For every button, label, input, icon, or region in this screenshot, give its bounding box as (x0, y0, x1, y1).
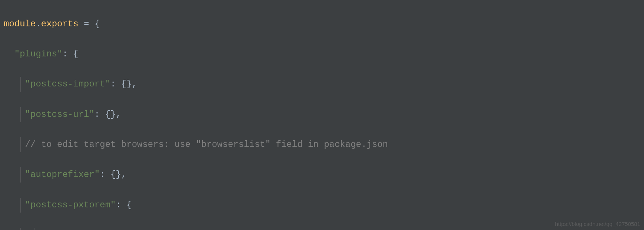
code-editor[interactable]: module.exports = { "plugins": { "postcss… (0, 1, 644, 230)
watermark-text: https://blog.csdn.net/qq_42750581 (555, 219, 640, 229)
token-colon: : (116, 200, 126, 210)
code-line-3: "postcss-import": {}, (4, 77, 644, 92)
token-dot: . (36, 19, 41, 29)
token-module: module (4, 19, 36, 29)
token-key: "autoprefixer" (25, 170, 100, 180)
indent (4, 49, 14, 59)
code-line-4: "postcss-url": {}, (4, 107, 644, 122)
token-key: "postcss-pxtorem" (25, 200, 116, 210)
code-line-5: // to edit target browsers: use "browser… (4, 137, 644, 152)
token-comment: // to edit target browsers: use "browser… (25, 139, 388, 150)
token-key: "plugins" (14, 49, 63, 59)
token-brace: { (126, 200, 132, 210)
token-brace: { (73, 49, 78, 59)
indent (4, 170, 25, 180)
code-line-7: "postcss-pxtorem": { (4, 198, 644, 213)
indent (4, 109, 25, 119)
code-line-2: "plugins": { (4, 47, 644, 62)
token-comma: , (132, 79, 137, 89)
token-equals: = (79, 19, 94, 29)
indent (4, 200, 25, 210)
token-exports: exports (41, 19, 79, 29)
token-colon: : (100, 170, 110, 180)
indent (4, 79, 25, 89)
token-comma: , (121, 170, 126, 180)
token-value: {} (105, 109, 116, 119)
token-value: {} (121, 79, 132, 89)
token-value: {} (110, 170, 121, 180)
token-colon: : (94, 109, 105, 119)
token-comma: , (116, 109, 121, 119)
token-key: "postcss-import" (25, 79, 110, 89)
indent (4, 139, 25, 150)
code-line-6: "autoprefixer": {}, (4, 167, 644, 183)
token-colon: : (62, 49, 73, 59)
code-line-8: "rootValue": 32, (4, 228, 644, 230)
token-key: "postcss-url" (25, 109, 94, 119)
token-colon: : (110, 79, 121, 89)
code-line-1: module.exports = { (4, 17, 644, 32)
token-brace: { (94, 19, 100, 29)
